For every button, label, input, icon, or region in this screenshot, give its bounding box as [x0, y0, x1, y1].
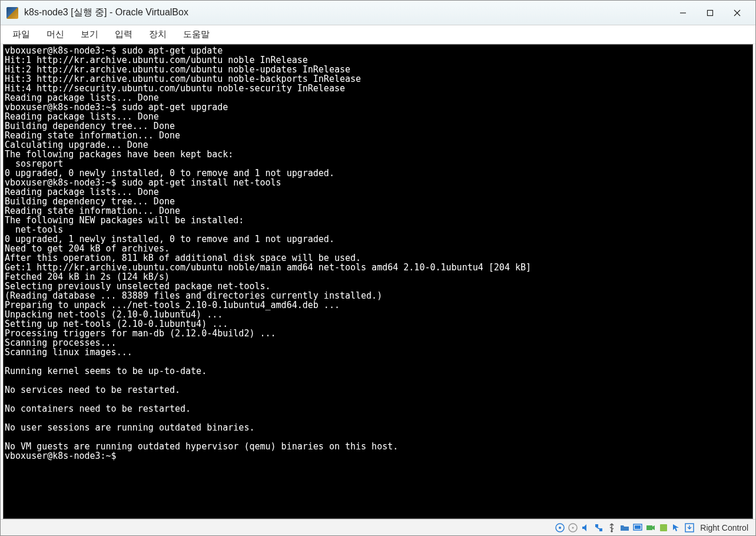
- terminal-line: Running kernel seems to be up-to-date.: [5, 366, 751, 376]
- terminal-line: Calculating upgrade... Done: [5, 140, 751, 150]
- terminal-line: Reading state information... Done: [5, 131, 751, 140]
- terminal-line: Hit:3 http://kr.archive.ubuntu.com/ubunt…: [5, 74, 751, 84]
- terminal-line: vboxuser@k8s-node3:~$ sudo apt-get insta…: [5, 178, 751, 187]
- usb-icon[interactable]: [606, 522, 618, 534]
- terminal-line: Scanning processes...: [5, 338, 751, 348]
- display-icon[interactable]: [632, 522, 644, 534]
- terminal-line: Processing triggers for man-db (2.12.0-4…: [5, 329, 751, 338]
- statusbar: Right Control: [1, 519, 755, 535]
- svg-rect-15: [660, 524, 667, 531]
- close-button[interactable]: [724, 2, 751, 24]
- terminal-line: vboxuser@k8s-node3:~$ sudo apt-get updat…: [5, 46, 751, 55]
- audio-icon[interactable]: [580, 522, 592, 534]
- svg-point-5: [559, 527, 561, 529]
- terminal-line: Need to get 204 kB of archives.: [5, 244, 751, 253]
- menu-help[interactable]: 도움말: [176, 27, 217, 42]
- window-title: k8s-node3 [실행 중] - Oracle VirtualBox: [24, 6, 669, 19]
- terminal-line: Hit:1 http://kr.archive.ubuntu.com/ubunt…: [5, 55, 751, 65]
- app-icon: [6, 7, 18, 19]
- terminal-line: Fetched 204 kB in 2s (124 kB/s): [5, 272, 751, 282]
- terminal-line: Scanning linux images...: [5, 348, 751, 357]
- menu-view[interactable]: 보기: [74, 27, 105, 42]
- terminal-line: vboxuser@k8s-node3:~$ sudo apt-get upgra…: [5, 102, 751, 112]
- svg-point-11: [611, 530, 613, 532]
- terminal-line: Reading package lists... Done: [5, 93, 751, 102]
- terminal-line: Reading package lists... Done: [5, 112, 751, 121]
- terminal-line: Building dependency tree... Done: [5, 121, 751, 131]
- menubar: 파일 머신 보기 입력 장치 도움말: [1, 25, 755, 44]
- keyboard-capture-icon[interactable]: [684, 522, 695, 534]
- terminal-line: sosreport: [5, 159, 751, 168]
- terminal-line: The following packages have been kept ba…: [5, 150, 751, 159]
- menu-file[interactable]: 파일: [5, 27, 37, 42]
- terminal-line: [5, 376, 751, 385]
- window-controls: [669, 2, 751, 24]
- optical-drive-icon[interactable]: [567, 522, 579, 534]
- svg-rect-13: [635, 525, 641, 529]
- terminal-line: (Reading database ... 83889 files and di…: [5, 291, 751, 300]
- svg-rect-8: [595, 524, 598, 527]
- terminal-line: vboxuser@k8s-node3:~$: [5, 451, 751, 461]
- recording-icon[interactable]: [645, 522, 656, 534]
- terminal-line: No user sessions are running outdated bi…: [5, 423, 751, 432]
- titlebar: k8s-node3 [실행 중] - Oracle VirtualBox: [1, 1, 755, 25]
- guest-additions-icon[interactable]: [658, 522, 669, 534]
- shared-folders-icon[interactable]: [619, 522, 631, 534]
- mouse-integration-icon[interactable]: [671, 522, 682, 534]
- terminal-line: net-tools: [5, 225, 751, 234]
- terminal-line: Building dependency tree... Done: [5, 197, 751, 206]
- terminal-line: Hit:2 http://kr.archive.ubuntu.com/ubunt…: [5, 65, 751, 74]
- minimize-button[interactable]: [669, 2, 697, 24]
- svg-rect-14: [646, 525, 652, 530]
- terminal-line: Get:1 http://kr.archive.ubuntu.com/ubunt…: [5, 263, 751, 272]
- menu-devices[interactable]: 장치: [142, 27, 174, 42]
- terminal-line: No containers need to be restarted.: [5, 404, 751, 413]
- svg-point-7: [572, 527, 574, 528]
- terminal-line: The following NEW packages will be insta…: [5, 216, 751, 225]
- terminal-line: [5, 395, 751, 404]
- terminal-line: Reading state information... Done: [5, 206, 751, 216]
- terminal-line: Setting up net-tools (2.10-0.1ubuntu4) .…: [5, 319, 751, 329]
- terminal-line: No VM guests are running outdated hyperv…: [5, 442, 751, 451]
- terminal-line: Reading package lists... Done: [5, 187, 751, 197]
- terminal-output[interactable]: vboxuser@k8s-node3:~$ sudo apt-get updat…: [3, 44, 753, 519]
- terminal-line: [5, 432, 751, 442]
- terminal-line: Unpacking net-tools (2.10-0.1ubuntu4) ..…: [5, 310, 751, 319]
- network-icon[interactable]: [593, 522, 605, 534]
- terminal-line: No services need to be restarted.: [5, 385, 751, 395]
- terminal-line: After this operation, 811 kB of addition…: [5, 253, 751, 263]
- terminal-line: [5, 357, 751, 366]
- menu-input[interactable]: 입력: [108, 27, 140, 42]
- terminal-line: 0 upgraded, 0 newly installed, 0 to remo…: [5, 168, 751, 178]
- host-key-label: Right Control: [700, 523, 751, 532]
- terminal-line: Selecting previously unselected package …: [5, 282, 751, 291]
- svg-rect-1: [708, 10, 713, 15]
- terminal-line: [5, 413, 751, 423]
- virtualbox-window: k8s-node3 [실행 중] - Oracle VirtualBox 파일 …: [0, 0, 756, 536]
- terminal-line: Preparing to unpack .../net-tools_2.10-0…: [5, 300, 751, 310]
- menu-machine[interactable]: 머신: [39, 27, 71, 42]
- hard-disk-icon[interactable]: [554, 522, 566, 534]
- terminal-line: 0 upgraded, 1 newly installed, 0 to remo…: [5, 234, 751, 244]
- terminal-line: Hit:4 http://security.ubuntu.com/ubuntu …: [5, 84, 751, 93]
- maximize-button[interactable]: [697, 2, 724, 24]
